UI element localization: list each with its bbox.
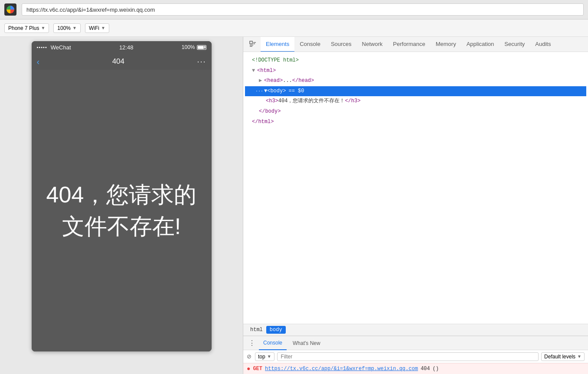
breadcrumb-bar: html body bbox=[243, 324, 588, 336]
device-label: Phone 7 Plus bbox=[8, 25, 39, 31]
more-options-icon[interactable]: ··· bbox=[197, 57, 206, 66]
whatsnew-tab-label: What's New bbox=[293, 340, 320, 346]
nav-title: 404 bbox=[112, 57, 124, 66]
tab-application[interactable]: Application bbox=[461, 37, 500, 52]
breadcrumb-html[interactable]: html bbox=[247, 326, 266, 334]
phone-status-bar: ••••• WeChat 12:48 100% bbox=[32, 41, 212, 53]
default-levels-selector[interactable]: Default levels ▼ bbox=[541, 352, 585, 361]
tree-expand-dots: ··· bbox=[255, 88, 263, 95]
error-get-label: GET bbox=[253, 366, 262, 372]
tree-body-open[interactable]: ··· ▼ <body> == $0 bbox=[245, 86, 586, 97]
phone-frame: ••••• WeChat 12:48 100% ‹ 404 ··· bbox=[32, 41, 212, 351]
device-selector[interactable]: Phone 7 Plus ▼ bbox=[4, 23, 49, 33]
phone-status-left: ••••• WeChat bbox=[37, 44, 71, 51]
tab-memory[interactable]: Memory bbox=[431, 37, 461, 52]
error-dot-icon: ● bbox=[247, 365, 250, 372]
app-name-label: WeChat bbox=[51, 44, 71, 51]
tab-console[interactable]: Console bbox=[294, 37, 326, 52]
browser-chrome: https://tx.v6c.cc/app/&i=1&wxref=mp.weix… bbox=[0, 0, 588, 20]
zoom-label: 100% bbox=[57, 25, 71, 31]
console-tabs: ⋮ Console What's New bbox=[243, 336, 588, 350]
error-code-label: 404 bbox=[421, 366, 430, 372]
phone-nav: ‹ 404 ··· bbox=[32, 53, 212, 70]
network-selector[interactable]: WiFi ▼ bbox=[85, 23, 109, 33]
signal-dots: ••••• bbox=[37, 45, 47, 50]
browser-icon bbox=[4, 3, 16, 16]
tab-audits[interactable]: Audits bbox=[530, 37, 556, 52]
console-tab-console[interactable]: Console bbox=[259, 336, 287, 350]
breadcrumb-body[interactable]: body bbox=[266, 326, 286, 334]
console-error-row: ● GET https://tx.v6c.cc/app/&i=1&wxref=m… bbox=[243, 363, 588, 374]
devtools-tabs: Elements Console Sources Network Perform… bbox=[243, 37, 588, 52]
filter-input[interactable] bbox=[277, 352, 539, 361]
tree-html-close[interactable]: </html> bbox=[245, 117, 586, 127]
back-button[interactable]: ‹ bbox=[37, 57, 40, 67]
console-filter-bar: ⊘ top ▼ Default levels ▼ bbox=[243, 350, 588, 363]
tab-network[interactable]: Network bbox=[357, 37, 388, 52]
html-tree: <!DOCTYPE html> ▼ <html> ▶ <head>...</he… bbox=[243, 52, 588, 324]
phone-preview: ••••• WeChat 12:48 100% ‹ 404 ··· bbox=[0, 37, 243, 374]
default-levels-chevron-icon: ▼ bbox=[577, 354, 581, 359]
devtools-inspect-icon[interactable] bbox=[247, 38, 259, 50]
tab-security[interactable]: Security bbox=[499, 37, 530, 52]
device-chevron-icon: ▼ bbox=[41, 26, 45, 30]
console-area: ⋮ Console What's New ⊘ top ▼ bbox=[243, 336, 588, 374]
top-label: top bbox=[258, 354, 265, 360]
clock-icon: ⊘ bbox=[247, 353, 252, 360]
battery-percent: 100% bbox=[182, 44, 195, 50]
tab-elements[interactable]: Elements bbox=[261, 37, 294, 52]
devtools-panel: Elements Console Sources Network Perform… bbox=[243, 37, 588, 374]
network-label: WiFi bbox=[89, 25, 99, 31]
console-tab-label: Console bbox=[263, 340, 282, 346]
phone-time: 12:48 bbox=[119, 44, 134, 51]
console-menu-icon[interactable]: ⋮ bbox=[247, 338, 257, 348]
top-chevron-icon: ▼ bbox=[267, 354, 271, 359]
error-message: 404，您请求的文件不存在! bbox=[32, 170, 212, 251]
zoom-chevron-icon: ▼ bbox=[72, 26, 77, 30]
tree-html-open[interactable]: ▼ <html> bbox=[245, 66, 586, 76]
zoom-selector[interactable]: 100% ▼ bbox=[53, 23, 81, 33]
tree-h3[interactable]: <h3>404，您请求的文件不存在！</h3> bbox=[245, 96, 586, 107]
tree-doctype[interactable]: <!DOCTYPE html> bbox=[245, 55, 586, 66]
tree-head[interactable]: ▶ <head>...</head> bbox=[245, 76, 586, 86]
battery-icon bbox=[197, 45, 206, 50]
console-tab-whatsnew[interactable]: What's New bbox=[288, 336, 325, 350]
phone-body: 404，您请求的文件不存在! bbox=[32, 70, 212, 351]
tab-performance[interactable]: Performance bbox=[388, 37, 430, 52]
device-toolbar: Phone 7 Plus ▼ 100% ▼ WiFi ▼ bbox=[0, 20, 588, 37]
console-filter: top ▼ Default levels ▼ bbox=[255, 352, 585, 361]
tab-sources[interactable]: Sources bbox=[326, 37, 357, 52]
address-bar[interactable]: https://tx.v6c.cc/app/&i=1&wxref=mp.weix… bbox=[22, 3, 584, 16]
top-selector[interactable]: top ▼ bbox=[255, 352, 274, 361]
error-extra-label: () bbox=[432, 366, 438, 372]
svg-rect-0 bbox=[250, 41, 252, 44]
default-levels-label: Default levels bbox=[544, 354, 575, 360]
main-content: ••••• WeChat 12:48 100% ‹ 404 ··· bbox=[0, 37, 588, 374]
network-chevron-icon: ▼ bbox=[101, 26, 105, 30]
error-url-link[interactable]: https://tx.v6c.cc/app/&i=1&wxref=mp.weix… bbox=[265, 366, 418, 372]
address-text: https://tx.v6c.cc/app/&i=1&wxref=mp.weix… bbox=[26, 7, 155, 13]
phone-battery-area: 100% bbox=[182, 44, 206, 50]
tree-body-close[interactable]: </body> bbox=[245, 107, 586, 117]
